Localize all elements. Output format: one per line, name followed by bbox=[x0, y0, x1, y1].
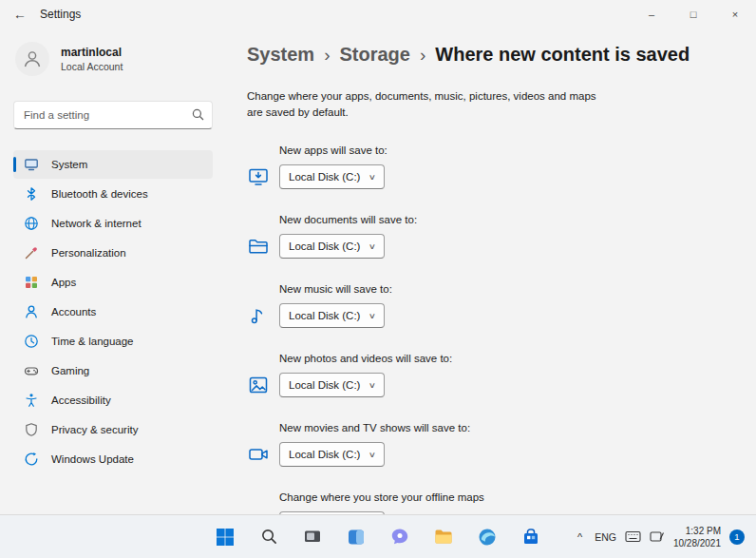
page-description: Change where your apps, documents, music… bbox=[247, 88, 600, 120]
sidebar-item-label: Gaming bbox=[51, 365, 89, 376]
sidebar-item-accessibility[interactable]: Accessibility bbox=[13, 386, 213, 414]
taskbar-center-icons bbox=[209, 521, 547, 553]
accessibility-person-icon bbox=[24, 393, 39, 408]
folder-icon bbox=[434, 528, 453, 546]
sidebar-item-label: Accessibility bbox=[51, 394, 111, 406]
section-label: New photos and videos will save to: bbox=[279, 353, 728, 364]
chevron-down-icon: ∨ bbox=[369, 242, 376, 251]
chevron-down-icon: ∨ bbox=[369, 381, 376, 390]
task-view-button[interactable] bbox=[296, 521, 329, 553]
music-note-icon bbox=[247, 304, 270, 327]
language-indicator[interactable]: ENG bbox=[595, 531, 616, 543]
app-save-icon bbox=[247, 165, 270, 188]
music-save-dropdown[interactable]: Local Disk (C:) ∨ bbox=[279, 303, 385, 328]
dropdown-value: Local Disk (C:) bbox=[289, 310, 360, 321]
widgets-icon bbox=[347, 528, 366, 547]
dropdown-value: Local Disk (C:) bbox=[289, 379, 360, 391]
avatar bbox=[15, 42, 49, 76]
sidebar-item-bluetooth-devices[interactable]: Bluetooth & devices bbox=[13, 180, 213, 208]
sidebar-item-gaming[interactable]: Gaming bbox=[13, 356, 213, 385]
breadcrumb-separator: › bbox=[324, 45, 330, 66]
breadcrumb-storage[interactable]: Storage bbox=[339, 44, 409, 66]
breadcrumb: System › Storage › Where new content is … bbox=[247, 44, 728, 66]
clock-icon bbox=[24, 334, 39, 349]
sidebar-item-privacy-security[interactable]: Privacy & security bbox=[13, 415, 213, 444]
game-controller-icon bbox=[24, 363, 39, 378]
chat-bubble-icon bbox=[390, 528, 409, 546]
widgets-button[interactable] bbox=[340, 521, 372, 553]
person-icon bbox=[24, 304, 39, 319]
start-button[interactable] bbox=[209, 521, 241, 553]
new-apps-section: New apps will save to: Local Disk (C:) ∨ bbox=[247, 144, 728, 189]
shield-icon bbox=[24, 422, 39, 437]
photos-save-dropdown[interactable]: Local Disk (C:) ∨ bbox=[279, 373, 385, 397]
user-name: martinlocal bbox=[61, 46, 123, 59]
new-music-section: New music will save to: Local Disk (C:) … bbox=[247, 283, 728, 328]
sidebar-item-label: Bluetooth & devices bbox=[51, 188, 148, 200]
tray-date: 10/28/2021 bbox=[673, 537, 721, 549]
sidebar-item-windows-update[interactable]: Windows Update bbox=[13, 445, 213, 473]
movies-save-dropdown[interactable]: Local Disk (C:) ∨ bbox=[279, 442, 385, 467]
sidebar: martinlocal Local Account System bbox=[0, 29, 226, 514]
apps-grid-icon bbox=[24, 275, 39, 290]
task-view-icon bbox=[303, 528, 322, 546]
search-taskbar-button[interactable] bbox=[253, 521, 285, 553]
back-button[interactable]: ← bbox=[0, 0, 40, 29]
sidebar-item-label: Network & internet bbox=[51, 218, 142, 229]
section-label: New documents will save to: bbox=[279, 214, 728, 225]
close-icon: × bbox=[732, 9, 738, 20]
new-photos-videos-section: New photos and videos will save to: Loca… bbox=[247, 353, 728, 397]
search-input[interactable] bbox=[13, 101, 213, 129]
photos-icon bbox=[247, 374, 270, 396]
maximize-icon: □ bbox=[690, 9, 697, 20]
section-label: New music will save to: bbox=[279, 283, 728, 295]
edge-icon bbox=[478, 528, 497, 547]
new-movies-tv-section: New movies and TV shows will save to: Lo… bbox=[247, 422, 728, 467]
file-explorer-button[interactable] bbox=[427, 521, 460, 553]
search-icon bbox=[260, 528, 278, 546]
apps-save-dropdown[interactable]: Local Disk (C:) ∨ bbox=[279, 164, 385, 189]
video-camera-icon bbox=[247, 443, 270, 466]
section-label: Change where you store your offline maps bbox=[279, 491, 728, 503]
pen-input-button[interactable] bbox=[650, 530, 665, 543]
sidebar-item-label: Apps bbox=[51, 277, 76, 288]
notification-badge[interactable]: 1 bbox=[729, 529, 745, 545]
sidebar-item-label: System bbox=[51, 159, 87, 170]
bluetooth-icon bbox=[24, 186, 39, 202]
update-refresh-icon bbox=[24, 452, 39, 467]
titlebar: ← Settings – □ × bbox=[0, 0, 756, 29]
documents-save-dropdown[interactable]: Local Disk (C:) ∨ bbox=[279, 234, 385, 259]
sidebar-item-label: Personalization bbox=[51, 247, 126, 259]
store-bag-icon bbox=[521, 528, 540, 546]
clock[interactable]: 1:32 PM 10/28/2021 bbox=[673, 525, 721, 549]
dropdown-value: Local Disk (C:) bbox=[289, 449, 360, 460]
sidebar-item-network-internet[interactable]: Network & internet bbox=[13, 209, 213, 238]
documents-folder-icon bbox=[247, 235, 270, 258]
dropdown-value: Local Disk (C:) bbox=[289, 171, 360, 183]
hidden-icons-button[interactable]: ^ bbox=[574, 531, 586, 543]
close-button[interactable]: × bbox=[714, 0, 756, 29]
sidebar-item-apps[interactable]: Apps bbox=[13, 268, 213, 297]
search-box bbox=[13, 101, 213, 129]
sidebar-item-personalization[interactable]: Personalization bbox=[13, 239, 213, 267]
chevron-down-icon: ∨ bbox=[369, 451, 376, 459]
sidebar-item-accounts[interactable]: Accounts bbox=[13, 298, 213, 326]
sidebar-item-label: Accounts bbox=[51, 306, 96, 317]
chat-button[interactable] bbox=[384, 521, 416, 553]
touch-keyboard-button[interactable] bbox=[625, 530, 641, 543]
minimize-button[interactable]: – bbox=[631, 0, 672, 29]
account-card[interactable]: martinlocal Local Account bbox=[13, 38, 213, 80]
edge-browser-button[interactable] bbox=[471, 521, 503, 553]
chevron-down-icon: ∨ bbox=[369, 173, 376, 182]
taskbar: ^ ENG 1:32 PM 10/28/2021 1 bbox=[0, 514, 756, 558]
sidebar-item-time-language[interactable]: Time & language bbox=[13, 327, 213, 356]
maximize-button[interactable]: □ bbox=[672, 0, 714, 29]
sidebar-item-system[interactable]: System bbox=[13, 150, 213, 179]
page-title: Where new content is saved bbox=[435, 44, 690, 66]
main-content: System › Storage › Where new content is … bbox=[226, 29, 756, 514]
section-label: New movies and TV shows will save to: bbox=[279, 422, 728, 433]
settings-window: ← Settings – □ × ma bbox=[0, 0, 756, 558]
dropdown-value: Local Disk (C:) bbox=[289, 241, 360, 252]
store-button[interactable] bbox=[515, 521, 547, 553]
breadcrumb-system[interactable]: System bbox=[247, 44, 314, 66]
